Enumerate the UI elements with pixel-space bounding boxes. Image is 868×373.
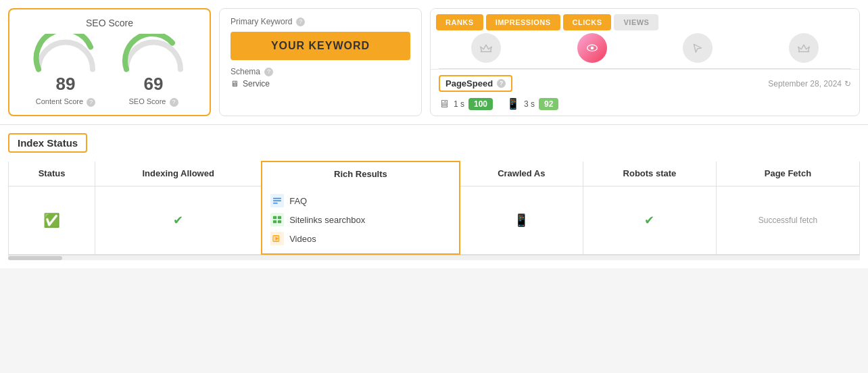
content-score-label: Content Score ? [28, 97, 103, 107]
schema-help-icon[interactable]: ? [264, 68, 273, 76]
cell-indexing: ✔ [95, 186, 262, 254]
index-status-title: Index Status [8, 133, 87, 153]
tab-views[interactable]: VIEWS [614, 14, 658, 30]
desktop-metric: 🖥 1 s 100 [439, 98, 493, 110]
tab-icon-ranks [468, 33, 505, 63]
svg-point-1 [590, 47, 594, 50]
ranks-icon-circle [471, 33, 501, 63]
mobile-score: 92 [539, 98, 558, 110]
primary-keyword-help-icon[interactable]: ? [296, 18, 305, 26]
cell-rich-results: FAQ Sitelinks searchbox [262, 186, 459, 254]
horizontal-scrollbar[interactable] [8, 255, 860, 260]
indexing-check-icon: ✔ [173, 214, 183, 227]
schema-icon: 🖥 [231, 79, 239, 89]
eye-icon [585, 41, 600, 55]
primary-keyword-label: Primary Keyword ? [231, 17, 410, 26]
desktop-time: 1 s [454, 99, 464, 109]
cell-page-fetch: Successful fetch [716, 186, 859, 254]
seo-score-card-title: SEO Score [20, 18, 199, 28]
robots-check-icon: ✔ [644, 214, 654, 227]
mobile-icon: 📱 [506, 97, 520, 110]
sitelinks-icon [270, 213, 284, 226]
tab-icon-views [785, 33, 822, 63]
tabs-row: RANKS IMPRESSIONS CLICKS VIEWS [431, 9, 859, 30]
sitelinks-label: Sitelinks searchbox [289, 215, 365, 225]
right-panel: RANKS IMPRESSIONS CLICKS VIEWS [430, 8, 860, 116]
svg-rect-8 [278, 220, 281, 223]
desktop-score: 100 [468, 98, 493, 110]
content-score-help-icon[interactable]: ? [87, 98, 95, 107]
pagespeed-section: PageSpeed ? September 28, 2024 ↻ 🖥 1 s 1… [431, 69, 859, 116]
svg-rect-5 [273, 216, 276, 219]
page-fetch-text: Successful fetch [758, 216, 817, 225]
cell-robots-state: ✔ [583, 186, 717, 254]
clicks-icon-circle [683, 33, 713, 63]
faq-label: FAQ [289, 196, 307, 206]
col-header-indexing: Indexing Allowed [95, 161, 262, 186]
cell-crawled-as: 📱 [460, 186, 583, 254]
keyword-card: Primary Keyword ? YOUR KEYWORD Schema ? … [219, 8, 422, 116]
pagespeed-date: September 28, 2024 ↻ [768, 79, 851, 89]
mobile-time: 3 s [524, 99, 535, 109]
cursor-icon [690, 41, 705, 55]
seo-score-value: 69 [116, 74, 191, 95]
content-score-svg [32, 34, 99, 74]
pagespeed-title-box: PageSpeed ? [439, 75, 512, 92]
schema-label: Schema ? [231, 67, 410, 76]
tab-impressions[interactable]: IMPRESSIONS [486, 14, 560, 30]
table-header-row: Status Indexing Allowed Rich Results Cra… [9, 161, 860, 186]
col-header-crawled-as: Crawled As [460, 161, 583, 186]
pagespeed-help-icon[interactable]: ? [497, 79, 506, 88]
schema-value: 🖥 Service [231, 79, 410, 89]
svg-rect-4 [273, 203, 278, 204]
status-check-icon: ✅ [43, 213, 60, 228]
seo-score-gauge: 69 SEO Score ? [116, 34, 191, 107]
content-score-value: 89 [28, 74, 103, 95]
bottom-section: Index Status Status Indexing Allowed Ric… [0, 125, 868, 268]
crown-icon [479, 41, 493, 55]
col-header-status: Status [9, 161, 95, 186]
table-row: ✅ ✔ FAQ [9, 186, 860, 254]
tab-icon-clicks [679, 33, 717, 63]
tab-icons-row [431, 30, 859, 68]
svg-rect-3 [273, 200, 281, 201]
svg-rect-2 [273, 198, 281, 199]
rich-result-videos: Videos [270, 229, 450, 248]
tab-icon-impressions [573, 33, 610, 63]
rich-result-faq: FAQ [270, 191, 450, 210]
pagespeed-header: PageSpeed ? September 28, 2024 ↻ [439, 75, 851, 92]
seo-score-card: SEO Score 89 Content Score ? [8, 8, 211, 116]
views-icon-circle [789, 33, 819, 63]
refresh-icon[interactable]: ↻ [844, 79, 851, 89]
gauges-row: 89 Content Score ? 69 SEO Score ? [20, 34, 199, 107]
crown2-icon [796, 41, 811, 55]
tab-clicks[interactable]: CLICKS [563, 14, 612, 30]
tab-ranks[interactable]: RANKS [436, 14, 483, 30]
faq-icon [270, 194, 284, 207]
mobile-metric: 📱 3 s 92 [506, 97, 558, 110]
keyword-button[interactable]: YOUR KEYWORD [231, 32, 410, 60]
videos-label: Videos [289, 234, 316, 244]
seo-score-svg [120, 34, 187, 74]
content-score-gauge: 89 Content Score ? [28, 34, 103, 107]
rich-result-sitelinks: Sitelinks searchbox [270, 210, 450, 229]
svg-rect-7 [273, 220, 276, 223]
crawled-as-mobile-icon: 📱 [514, 214, 529, 227]
seo-score-help-icon[interactable]: ? [170, 98, 178, 107]
impressions-icon-circle [577, 33, 607, 63]
index-table: Status Indexing Allowed Rich Results Cra… [8, 161, 860, 255]
col-header-robots-state: Robots state [583, 161, 717, 186]
desktop-icon: 🖥 [439, 98, 450, 110]
seo-score-label: SEO Score ? [116, 97, 191, 107]
top-section: SEO Score 89 Content Score ? [0, 0, 868, 125]
scroll-thumb[interactable] [8, 256, 62, 260]
videos-icon [270, 232, 284, 245]
svg-rect-6 [278, 216, 281, 219]
col-header-page-fetch: Page Fetch [716, 161, 859, 186]
pagespeed-metrics: 🖥 1 s 100 📱 3 s 92 [439, 97, 851, 110]
cell-status: ✅ [9, 186, 95, 254]
col-header-rich-results: Rich Results [262, 161, 459, 186]
pagespeed-title: PageSpeed [445, 78, 493, 89]
